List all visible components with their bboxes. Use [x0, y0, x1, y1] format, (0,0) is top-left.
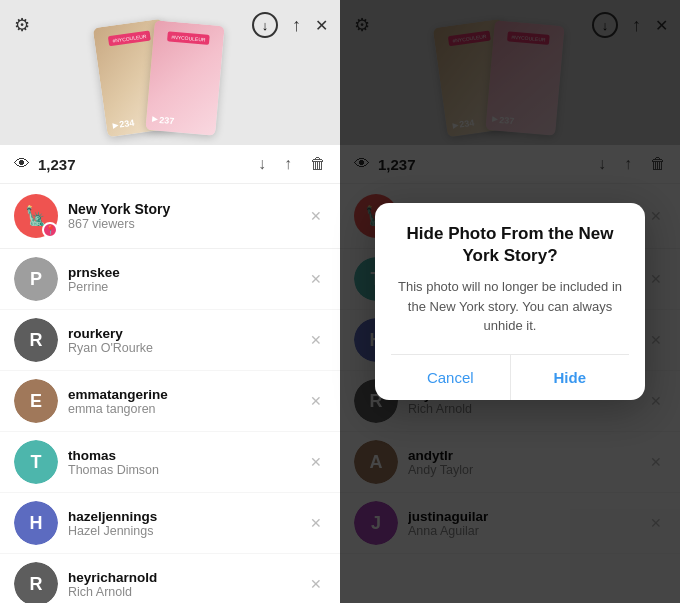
story-close-left[interactable]: ✕	[306, 204, 326, 228]
story-viewers-left: 867 viewers	[68, 217, 306, 231]
modal-title: Hide Photo From the New York Story?	[391, 223, 629, 267]
viewer-text: heyricharnold Rich Arnold	[68, 570, 306, 599]
viewer-avatar: H	[14, 501, 58, 545]
viewer-text: thomas Thomas Dimson	[68, 448, 306, 477]
card-label-front: #NYCOULEUR	[167, 31, 210, 45]
delete-action-left[interactable]: 🗑	[310, 155, 326, 173]
viewer-realname: emma tangoren	[68, 402, 306, 416]
viewer-username: prnskee	[68, 265, 306, 280]
viewer-text: rourkery Ryan O'Rourke	[68, 326, 306, 355]
list-item: H hazeljennings Hazel Jennings ✕	[0, 493, 340, 554]
avatar-circle: H	[14, 501, 58, 545]
stats-bar-left: 👁 1,237 ↓ ↑ 🗑	[0, 145, 340, 184]
viewer-avatar: E	[14, 379, 58, 423]
viewer-close-btn[interactable]: ✕	[306, 572, 326, 596]
card-count-front: 237	[152, 114, 175, 126]
share-button-left[interactable]: ↑	[292, 15, 301, 36]
viewer-avatar: P	[14, 257, 58, 301]
modal-buttons: Cancel Hide	[391, 354, 629, 400]
story-avatar-left: 🗽 📍	[14, 194, 58, 238]
viewer-realname: Ryan O'Rourke	[68, 341, 306, 355]
download-action-left[interactable]: ↓	[258, 155, 266, 173]
eye-icon-left: 👁	[14, 155, 30, 173]
viewer-username: hazeljennings	[68, 509, 306, 524]
download-icon-left: ↓	[262, 18, 269, 33]
viewer-username: emmatangerine	[68, 387, 306, 402]
viewer-realname: Perrine	[68, 280, 306, 294]
share-action-left[interactable]: ↑	[284, 155, 292, 173]
gear-button-left[interactable]: ⚙	[14, 14, 30, 36]
story-title-left: New York Story	[68, 201, 306, 217]
close-button-left[interactable]: ✕	[315, 16, 328, 35]
card-count-back: 234	[112, 118, 135, 131]
list-item: P prnskee Perrine ✕	[0, 249, 340, 310]
list-item: R heyricharnold Rich Arnold ✕	[0, 554, 340, 603]
viewer-avatar: R	[14, 318, 58, 362]
list-item: T thomas Thomas Dimson ✕	[0, 432, 340, 493]
right-panel-wrapper: #NYCOULEUR 234 #NYCOULEUR 237 ⚙ ↓ ↑ ✕	[340, 0, 680, 603]
viewer-realname: Thomas Dimson	[68, 463, 306, 477]
left-panel: #NYCOULEUR 234 #NYCOULEUR 237 ⚙ ↓ ↑ ✕ 👁 …	[0, 0, 340, 603]
viewer-list-left: P prnskee Perrine ✕ R rourkery Ryan O'Ro…	[0, 249, 340, 603]
story-preview-left: #NYCOULEUR 234 #NYCOULEUR 237 ⚙ ↓ ↑ ✕	[0, 0, 340, 145]
action-icons-left: ↓ ↑ 🗑	[258, 155, 326, 173]
modal-box: Hide Photo From the New York Story? This…	[375, 203, 645, 400]
avatar-circle: T	[14, 440, 58, 484]
avatar-circle: R	[14, 318, 58, 362]
list-item: R rourkery Ryan O'Rourke ✕	[0, 310, 340, 371]
list-item: E emmatangerine emma tangoren ✕	[0, 371, 340, 432]
viewer-realname: Rich Arnold	[68, 585, 306, 599]
viewer-close-btn[interactable]: ✕	[306, 450, 326, 474]
viewer-text: hazeljennings Hazel Jennings	[68, 509, 306, 538]
viewer-username: thomas	[68, 448, 306, 463]
view-count-left: 1,237	[38, 156, 250, 173]
viewer-close-btn[interactable]: ✕	[306, 328, 326, 352]
story-card-front: #NYCOULEUR 237	[145, 20, 224, 136]
download-circle-left[interactable]: ↓	[252, 12, 278, 38]
modal-body: This photo will no longer be included in…	[391, 277, 629, 336]
viewer-username: rourkery	[68, 326, 306, 341]
viewer-text: prnskee Perrine	[68, 265, 306, 294]
location-pin-left: 📍	[42, 222, 58, 238]
viewer-realname: Hazel Jennings	[68, 524, 306, 538]
avatar-circle: P	[14, 257, 58, 301]
viewer-close-btn[interactable]: ✕	[306, 389, 326, 413]
viewer-avatar: R	[14, 562, 58, 603]
avatar-circle: E	[14, 379, 58, 423]
cancel-button[interactable]: Cancel	[391, 355, 511, 400]
viewer-avatar: T	[14, 440, 58, 484]
viewer-text: emmatangerine emma tangoren	[68, 387, 306, 416]
modal-overlay: Hide Photo From the New York Story? This…	[340, 0, 680, 603]
viewer-username: heyricharnold	[68, 570, 306, 585]
viewer-close-btn[interactable]: ✕	[306, 511, 326, 535]
story-header-left: 🗽 📍 New York Story 867 viewers ✕	[0, 184, 340, 249]
avatar-circle: R	[14, 562, 58, 603]
hide-button[interactable]: Hide	[511, 355, 630, 400]
card-label-back: #NYCOULEUR	[108, 31, 151, 47]
viewer-close-btn[interactable]: ✕	[306, 267, 326, 291]
